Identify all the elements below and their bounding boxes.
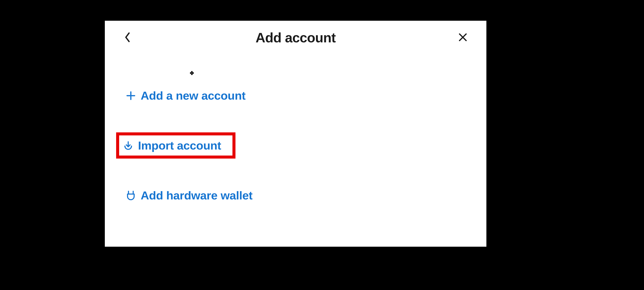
chevron-left-icon (124, 32, 131, 43)
option-add-hardware-wallet[interactable]: Add hardware wallet (120, 185, 258, 206)
close-icon (458, 32, 468, 43)
download-icon (123, 140, 134, 151)
close-button[interactable] (458, 32, 468, 43)
option-label: Import account (138, 139, 221, 152)
option-import-account[interactable]: Import account (116, 132, 236, 159)
panel-header: Add account (105, 21, 486, 55)
option-add-new-account[interactable]: Add a new account (120, 85, 251, 106)
move-cursor-icon: ✥ (190, 70, 194, 76)
option-label: Add hardware wallet (141, 189, 252, 202)
panel-title: Add account (256, 30, 336, 45)
option-label: Add a new account (141, 89, 246, 102)
hardware-wallet-icon (126, 190, 136, 201)
back-button[interactable] (124, 32, 131, 43)
options-list: Add a new account Import account Add (105, 55, 486, 206)
add-account-panel: Add account ✥ Add a new account (105, 21, 486, 247)
plus-icon (126, 90, 136, 101)
